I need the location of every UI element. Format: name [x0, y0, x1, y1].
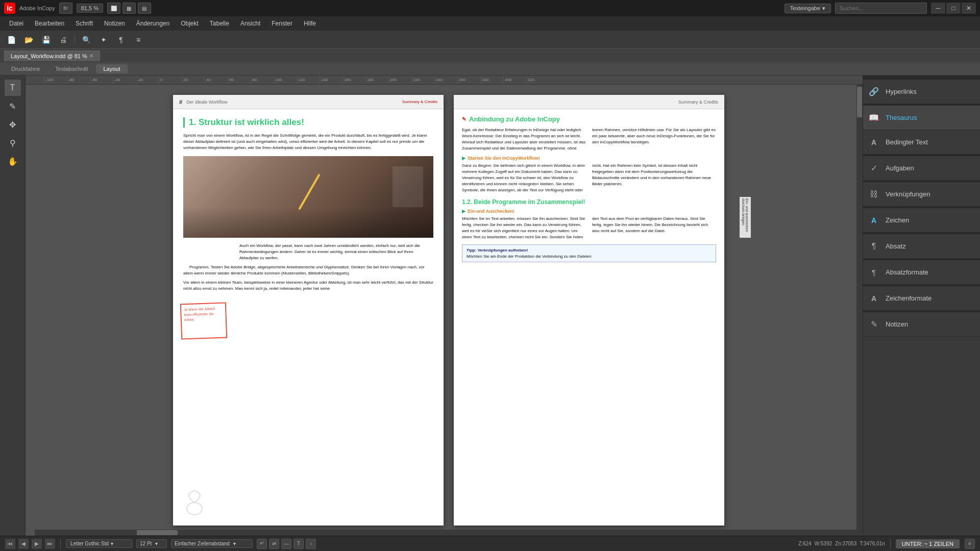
list-button[interactable]: ≡	[131, 33, 145, 47]
menu-schrift[interactable]: Schrift	[70, 18, 98, 29]
view-icons: ⬜ ▦ ▤	[107, 3, 151, 14]
bullet-arrow-2: ▶	[462, 209, 465, 214]
menu-bearbeiten[interactable]: Bearbeiten	[30, 18, 69, 29]
menu-ansicht[interactable]: Ansicht	[235, 18, 265, 29]
page-num-left: #	[179, 99, 182, 105]
sub1-text: Ganz zu Beginn: Sie befinden sich gleich…	[462, 163, 716, 193]
tab-label: Layout_Workflow.indd @ 81 %	[11, 53, 87, 59]
align-left-button[interactable]: ↶	[257, 539, 267, 549]
minimize-button[interactable]: ─	[931, 3, 945, 14]
panel-verknuepfungen[interactable]: ⛓ Verknüpfungen	[863, 182, 980, 207]
svg-point-0	[187, 503, 202, 515]
scroll-thumb-horizontal[interactable]	[137, 530, 178, 535]
ruler-mark: 180	[365, 76, 388, 85]
hand-tool[interactable]: ✋	[5, 153, 21, 169]
status-bar: ⏮ ◀ ▶ ⏭ Letter Gothic Std ▾ 12 Pt ▾ Einf…	[0, 536, 980, 551]
watermark-left	[181, 488, 209, 518]
panel-absatz[interactable]: ¶ Absatz	[863, 234, 980, 259]
ruler-mark: 320	[526, 76, 549, 85]
zoom-display[interactable]: 81,5 %	[77, 4, 103, 13]
menu-objekt[interactable]: Objekt	[176, 18, 204, 29]
align-center-button[interactable]: ⇌	[269, 539, 279, 549]
chapter-label-left: Summary & Credits	[402, 99, 437, 104]
new-doc-button[interactable]: 📄	[4, 33, 18, 47]
panel-absatzformate[interactable]: ¶ Absatzformate	[863, 260, 980, 285]
special-button[interactable]: ✦	[96, 33, 111, 47]
pencil-icon-11: ✎	[462, 116, 466, 122]
ruler-mark: 100	[274, 76, 297, 85]
menu-tabelle[interactable]: Tabelle	[205, 18, 234, 29]
br-icon[interactable]: Br	[59, 3, 72, 14]
ruler-mark: 40	[205, 76, 228, 85]
paragraph-button[interactable]: ¶	[114, 33, 128, 47]
unter-button[interactable]: UNTER: ~ 1 ZEILEN	[896, 539, 960, 548]
panel-notizen[interactable]: ✎ Notizen	[863, 312, 980, 337]
texteingabe-dropdown[interactable]: Texteingabe ▾	[785, 4, 831, 13]
nav-first-button[interactable]: ⏮	[5, 539, 15, 549]
zoom-tool[interactable]: ⚲	[5, 135, 21, 151]
menu-notizen[interactable]: Notizen	[99, 18, 130, 29]
nav-next-button[interactable]: ▶	[32, 539, 42, 549]
open-button[interactable]: 📂	[21, 33, 36, 47]
ruler-mark: -60	[90, 76, 113, 85]
ruler-mark: 220	[411, 76, 434, 85]
fourth-text-left: Vor allem in einem kleinen Team, beispie…	[183, 280, 433, 292]
menu-fenster[interactable]: Fenster	[266, 18, 298, 29]
paragraph-mark-button[interactable]: T	[293, 539, 304, 549]
view-icon-2[interactable]: ▦	[122, 3, 136, 14]
pages-container[interactable]: # Der ideale Workflow Summary & Credits …	[35, 85, 863, 536]
document-tab-bar: Layout_Workflow.indd @ 81 % ✕	[0, 49, 980, 62]
tab-druckfahne[interactable]: Druckfahne	[4, 64, 47, 73]
document-tab[interactable]: Layout_Workflow.indd @ 81 % ✕	[4, 51, 100, 61]
view-icon-1[interactable]: ⬜	[107, 3, 120, 14]
right-panel: 🔗 Hyperlinks 📖 Thesaurus A Bedingter Tex…	[863, 76, 980, 536]
third-text-left: Programm. Testen Sie Adobe Bridge, abges…	[183, 264, 433, 277]
bullet-arrow-1: ▶	[462, 156, 465, 161]
spacing-dropdown-icon: ▾	[233, 541, 236, 546]
horizontal-scrollbar[interactable]	[35, 530, 856, 536]
print-button[interactable]: 🖨	[56, 33, 70, 47]
save-button[interactable]: 💾	[39, 33, 53, 47]
view-icon-3[interactable]: ▤	[138, 3, 151, 14]
text-tool[interactable]: T	[5, 80, 21, 96]
canvas-area[interactable]: -100 -80 -60 -40 -20 0 20 40 60 80 100 1…	[26, 76, 863, 536]
scroll-thumb-vertical[interactable]	[857, 87, 862, 117]
panel-thesaurus[interactable]: 📖 Thesaurus	[863, 106, 980, 130]
menu-aenderungen[interactable]: Änderungen	[131, 18, 175, 29]
thesaurus-icon: 📖	[868, 112, 879, 123]
maximize-button[interactable]: □	[946, 3, 961, 14]
line-spacing-selector[interactable]: Einfacher Zeilenabstand ▾	[171, 539, 253, 548]
search-input[interactable]	[835, 3, 927, 14]
panel-zeichenformate[interactable]: A Zeichenformate	[863, 286, 980, 311]
close-button[interactable]: ✕	[962, 3, 976, 14]
nav-prev-button[interactable]: ◀	[18, 539, 29, 549]
vertical-scrollbar[interactable]	[856, 85, 863, 536]
text-align-icons: ↶ ⇌ — T ↕	[257, 539, 316, 549]
panel-aufgaben[interactable]: ✓ Aufgaben	[863, 156, 980, 181]
format-icon-button[interactable]: ≡	[965, 539, 975, 549]
panel-zeichen[interactable]: A Zeichen	[863, 208, 980, 233]
coord-t: T:3476,01n	[860, 541, 885, 546]
unter-value: ~ 1 ZEILEN	[924, 541, 953, 547]
pencil-tool[interactable]: ✎	[5, 98, 21, 114]
find-button[interactable]: 🔍	[79, 33, 93, 47]
main-title-left: 1. Struktur ist wirklich alles!	[183, 117, 433, 128]
align-right-button[interactable]: —	[281, 539, 291, 549]
move-tool[interactable]: ✥	[5, 116, 21, 133]
nav-last-button[interactable]: ⏭	[45, 539, 55, 549]
tab-layout[interactable]: Layout	[96, 64, 127, 73]
font-selector[interactable]: Letter Gothic Std ▾	[66, 539, 132, 548]
ruler-mark: 160	[342, 76, 365, 85]
sub2-heading: ▶ Ein-und Auschecken!	[462, 209, 716, 214]
panel-hyperlinks[interactable]: 🔗 Hyperlinks	[863, 80, 980, 104]
menu-hilfe[interactable]: Hilfe	[299, 18, 321, 29]
menu-datei[interactable]: Datei	[4, 18, 29, 29]
right-intro-text: Egal, ob der Redakteur Erfahrungen in In…	[462, 127, 716, 152]
panel-bedingter-text[interactable]: A Bedingter Text	[863, 130, 980, 155]
font-size-selector[interactable]: 12 Pt ▾	[136, 539, 167, 548]
app-icon: Ic	[4, 3, 15, 14]
tab-textabschnitt[interactable]: Textabschnitt	[48, 64, 95, 73]
text-type-button[interactable]: ↕	[306, 539, 316, 549]
tab-close-icon[interactable]: ✕	[89, 53, 93, 59]
unter-label: UNTER:	[902, 541, 923, 547]
